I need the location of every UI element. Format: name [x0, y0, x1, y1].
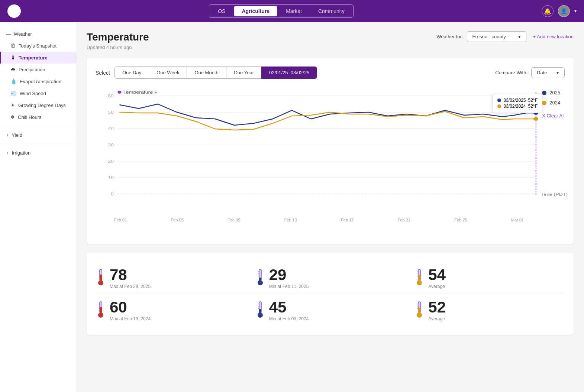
svg-rect-41	[100, 307, 102, 313]
chart-area: 60 50 40 30 20 10 0	[96, 86, 565, 235]
avatar[interactable]: 👤	[558, 5, 570, 17]
svg-text:20: 20	[108, 159, 114, 163]
account-chevron-icon[interactable]: ▾	[574, 9, 577, 14]
tab-os[interactable]: OS	[210, 6, 233, 16]
sidebar-yield-header[interactable]: + Yield	[0, 129, 76, 141]
dash-icon: —	[6, 31, 11, 37]
location-dropdown[interactable]: Fresno - county ▾	[467, 31, 526, 42]
chart-container: 60 50 40 30 20 10 0	[96, 86, 565, 235]
legend-2024: 2024	[542, 100, 565, 106]
stats-row-2025: 78 Max at Feb 28, 2025 29	[96, 262, 565, 294]
svg-point-19	[533, 111, 538, 115]
legend-label-2024: 2024	[549, 100, 560, 106]
sidebar-weather-section: — Weather 🗓 Today's Snapshot 🌡 Temperatu…	[0, 28, 76, 123]
page-header: Temperature Updated 4 hours ago Weather …	[87, 31, 574, 50]
thermometer-min-2024-icon	[255, 300, 265, 320]
main-content: Temperature Updated 4 hours ago Weather …	[76, 22, 584, 392]
thermometer-min-2025-icon	[255, 268, 265, 287]
svg-point-15	[117, 91, 121, 94]
stat-value-max-2025: 78	[110, 266, 151, 284]
chart-legend: 2025 2024 X Clear All	[542, 86, 565, 122]
sidebar-item-precipitation[interactable]: 🌧 Precipitation	[0, 64, 76, 75]
svg-text:0: 0	[111, 192, 114, 196]
sidebar: — Weather 🗓 Today's Snapshot 🌡 Temperatu…	[0, 22, 76, 392]
sidebar-weather-header[interactable]: — Weather	[0, 28, 76, 40]
add-location-button[interactable]: + Add new location	[533, 34, 574, 39]
compare-value: Date	[537, 70, 547, 75]
thermometer-avg-2025-icon	[414, 268, 425, 287]
svg-rect-29	[259, 278, 261, 281]
sidebar-divider-2	[0, 144, 76, 144]
select-one-month[interactable]: One Month	[187, 67, 226, 79]
topnav: OS Agriculture Market Community 🔔 👤 ▾	[0, 0, 584, 22]
svg-text:30: 30	[108, 143, 114, 147]
select-one-week[interactable]: One Week	[149, 67, 187, 79]
tab-community[interactable]: Community	[311, 6, 352, 16]
select-label: Select	[96, 70, 110, 76]
stat-label-avg-2025: Average	[428, 284, 446, 289]
layout: — Weather 🗓 Today's Snapshot 🌡 Temperatu…	[0, 22, 584, 392]
sidebar-divider-1	[0, 126, 76, 126]
weather-for-label: Weather for:	[436, 34, 463, 39]
select-bar: Select One Day One Week One Month One Ye…	[96, 67, 565, 79]
page-title-group: Temperature Updated 4 hours ago	[87, 31, 149, 50]
stat-value-min-2024: 45	[269, 298, 309, 316]
stat-min-2025: 29 Min at Feb 11, 2025	[255, 266, 406, 289]
location-text: Fresno - county	[472, 34, 506, 39]
thermometer-icon: 🌡	[10, 55, 16, 61]
snowflake-icon: ❄	[10, 114, 15, 120]
svg-point-36	[417, 280, 422, 285]
svg-point-48	[258, 312, 263, 318]
evapotranspiration-icon: 💧	[10, 78, 17, 84]
select-one-day[interactable]: One Day	[114, 67, 149, 79]
svg-text:Time (PDT): Time (PDT)	[541, 192, 568, 197]
sidebar-irrigation-section: + Irrigation	[0, 147, 76, 159]
compare-with-label: Compare With:	[495, 70, 527, 75]
stat-label-avg-2024: Average	[428, 316, 446, 321]
sidebar-item-growing-degree-days[interactable]: ☀ Growing Degree Days	[0, 99, 76, 111]
select-one-year[interactable]: One Year	[226, 67, 262, 79]
stat-label-min-2025: Min at Feb 11, 2025	[269, 284, 309, 289]
tab-agriculture[interactable]: Agriculture	[234, 6, 277, 16]
rain-icon: 🌧	[10, 67, 16, 72]
svg-point-24	[98, 280, 103, 285]
sidebar-yield-section: + Yield	[0, 129, 76, 141]
clear-all-button[interactable]: X Clear All	[542, 113, 565, 119]
page-title: Temperature	[87, 31, 149, 43]
compare-dropdown[interactable]: Date ▾	[531, 67, 565, 78]
stat-avg-2024: 52 Average	[414, 298, 565, 321]
sun-icon: ☀	[10, 102, 15, 108]
thermometer-avg-2024-icon	[414, 300, 425, 320]
legend-label-2025: 2025	[549, 90, 560, 95]
thermometer-max-2024-icon	[96, 300, 106, 320]
nav-right: 🔔 👤 ▾	[542, 5, 577, 17]
svg-point-54	[417, 312, 422, 318]
svg-rect-53	[418, 308, 420, 313]
stat-max-2025: 78 Max at Feb 28, 2025	[96, 266, 246, 289]
snapshot-icon: 🗓	[10, 43, 16, 49]
logo	[7, 4, 21, 18]
sidebar-item-chill-hours[interactable]: ❄ Chill Hours	[0, 111, 76, 123]
nav-tabs: OS Agriculture Market Community	[209, 4, 354, 18]
stat-min-2024: 45 Min at Feb 09, 2024	[255, 298, 406, 321]
sidebar-item-todays-snapshot[interactable]: 🗓 Today's Snapshot	[0, 40, 76, 52]
wind-icon: 💨	[10, 90, 17, 96]
svg-point-30	[258, 280, 263, 285]
legend-dot-2025	[542, 91, 546, 95]
temperature-chart: 60 50 40 30 20 10 0	[96, 86, 565, 220]
stat-label-min-2024: Min at Feb 09, 2024	[269, 316, 309, 321]
sidebar-item-evapotranspiration[interactable]: 💧 EvapoTranspiration	[0, 75, 76, 87]
sidebar-item-temperature[interactable]: 🌡 Temperature	[0, 52, 76, 64]
tab-market[interactable]: Market	[278, 6, 309, 16]
svg-point-42	[98, 312, 103, 318]
stats-section: 78 Max at Feb 28, 2025 29	[87, 253, 574, 335]
select-date-range[interactable]: 02/01/25–03/02/25	[261, 67, 317, 79]
stat-label-max-2024: Max at Feb 19, 2024	[110, 316, 151, 321]
sidebar-item-wind-speed[interactable]: 💨 Wind Speed	[0, 87, 76, 99]
svg-text:40: 40	[108, 126, 114, 131]
bell-icon[interactable]: 🔔	[542, 5, 554, 17]
stat-label-max-2025: Max at Feb 28, 2025	[110, 284, 151, 289]
select-buttons: One Day One Week One Month One Year 02/0…	[114, 67, 317, 79]
svg-text:Temperature F: Temperature F	[123, 90, 158, 94]
sidebar-irrigation-header[interactable]: + Irrigation	[0, 147, 76, 159]
